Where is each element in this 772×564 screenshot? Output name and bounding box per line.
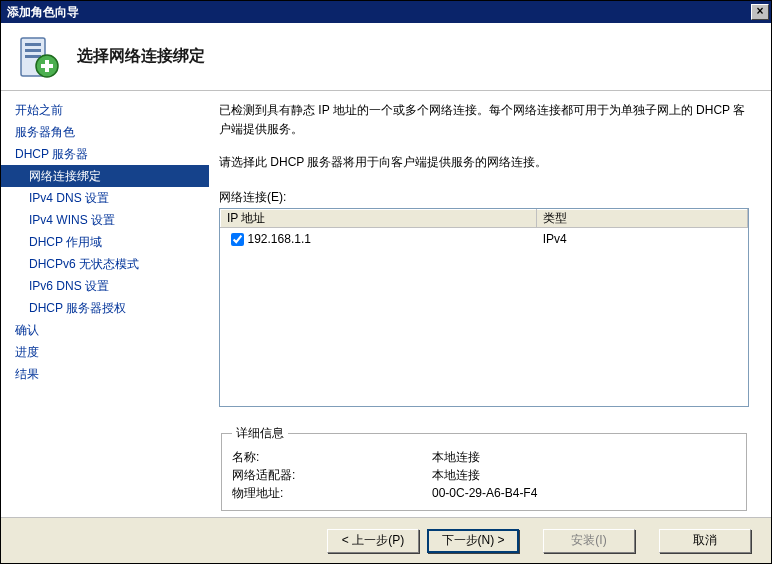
connections-label: 网络连接(E):	[219, 189, 749, 206]
details-legend: 详细信息	[232, 425, 288, 442]
cancel-button[interactable]: 取消	[659, 529, 751, 553]
sidebar: 开始之前服务器角色DHCP 服务器网络连接绑定IPv4 DNS 设置IPv4 W…	[1, 91, 209, 517]
detail-row: 物理地址:00-0C-29-A6-B4-F4	[232, 484, 736, 502]
sidebar-item-10[interactable]: 确认	[1, 319, 209, 341]
detail-row: 名称:本地连接	[232, 448, 736, 466]
titlebar: 添加角色向导 ×	[1, 1, 771, 23]
row-checkbox[interactable]	[231, 233, 244, 246]
svg-rect-1	[25, 43, 41, 46]
row-type: IPv4	[537, 227, 748, 251]
details-fieldset: 详细信息 名称:本地连接网络适配器:本地连接物理地址:00-0C-29-A6-B…	[221, 425, 747, 511]
detail-value: 本地连接	[432, 448, 480, 466]
sidebar-item-8[interactable]: IPv6 DNS 设置	[1, 275, 209, 297]
table-row[interactable]: 192.168.1.1IPv4	[221, 227, 748, 251]
button-row: < 上一步(P) 下一步(N) > 安装(I) 取消	[1, 517, 771, 563]
detail-key: 物理地址:	[232, 484, 432, 502]
col-type[interactable]: 类型	[537, 209, 748, 227]
detail-key: 名称:	[232, 448, 432, 466]
detail-key: 网络适配器:	[232, 466, 432, 484]
wizard-window: 添加角色向导 × 选择网络连接绑定 开始之前服务器角色DHCP 服务器网络连接绑…	[0, 0, 772, 564]
col-ip[interactable]: IP 地址	[221, 209, 537, 227]
connections-table-wrap: IP 地址 类型 192.168.1.1IPv4	[219, 208, 749, 407]
detail-value: 本地连接	[432, 466, 480, 484]
sidebar-item-0[interactable]: 开始之前	[1, 99, 209, 121]
detail-value: 00-0C-29-A6-B4-F4	[432, 484, 537, 502]
sidebar-item-12[interactable]: 结果	[1, 363, 209, 385]
page-heading: 选择网络连接绑定	[77, 46, 205, 67]
connections-table: IP 地址 类型 192.168.1.1IPv4	[220, 209, 748, 251]
description-2: 请选择此 DHCP 服务器将用于向客户端提供服务的网络连接。	[219, 153, 749, 172]
content-pane: 已检测到具有静态 IP 地址的一个或多个网络连接。每个网络连接都可用于为单独子网…	[209, 91, 771, 517]
sidebar-item-2[interactable]: DHCP 服务器	[1, 143, 209, 165]
prev-button[interactable]: < 上一步(P)	[327, 529, 419, 553]
svg-rect-2	[25, 49, 41, 52]
next-button[interactable]: 下一步(N) >	[427, 529, 519, 553]
details-section: 详细信息 名称:本地连接网络适配器:本地连接物理地址:00-0C-29-A6-B…	[219, 425, 749, 511]
sidebar-item-9[interactable]: DHCP 服务器授权	[1, 297, 209, 319]
body: 开始之前服务器角色DHCP 服务器网络连接绑定IPv4 DNS 设置IPv4 W…	[1, 91, 771, 517]
sidebar-item-6[interactable]: DHCP 作用域	[1, 231, 209, 253]
sidebar-item-7[interactable]: DHCPv6 无状态模式	[1, 253, 209, 275]
sidebar-item-5[interactable]: IPv4 WINS 设置	[1, 209, 209, 231]
detail-row: 网络适配器:本地连接	[232, 466, 736, 484]
close-icon[interactable]: ×	[751, 4, 769, 20]
sidebar-item-11[interactable]: 进度	[1, 341, 209, 363]
svg-rect-6	[41, 64, 53, 68]
sidebar-item-4[interactable]: IPv4 DNS 设置	[1, 187, 209, 209]
sidebar-item-1[interactable]: 服务器角色	[1, 121, 209, 143]
server-role-icon	[15, 34, 61, 80]
description-1: 已检测到具有静态 IP 地址的一个或多个网络连接。每个网络连接都可用于为单独子网…	[219, 101, 749, 139]
svg-rect-3	[25, 55, 41, 58]
row-ip: 192.168.1.1	[248, 231, 311, 245]
window-title: 添加角色向导	[7, 4, 751, 21]
sidebar-item-3[interactable]: 网络连接绑定	[1, 165, 209, 187]
banner: 选择网络连接绑定	[1, 23, 771, 91]
install-button: 安装(I)	[543, 529, 635, 553]
